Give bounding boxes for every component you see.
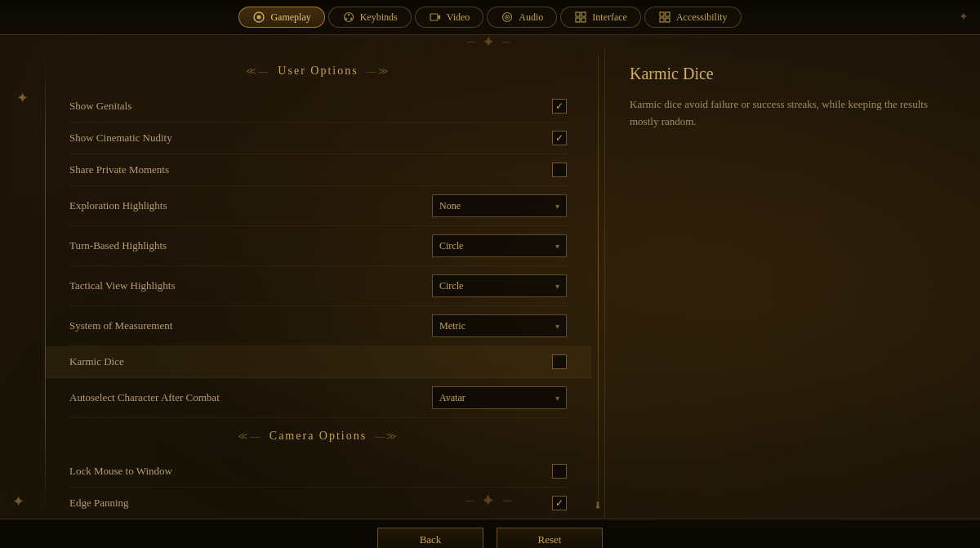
user-options-title: User Options [278,65,358,78]
dropdown-value-measurement: Metric [439,320,466,332]
deco-separator: ⬇ [591,48,604,519]
checkbox-show-cinematic-nudity[interactable] [552,131,567,145]
accessibility-icon [658,11,671,24]
svg-point-4 [345,18,347,20]
svg-point-1 [257,16,261,20]
checkbox-edge-panning[interactable] [552,496,567,510]
row-show-cinematic-nudity: Show Cinematic Nudity [69,123,567,154]
ornament-camera-right: —≫ [375,430,399,443]
camera-options-title: Camera Options [270,430,367,443]
svg-rect-14 [660,12,664,16]
content-area: ≪— User Options —≫ Show Genitals Show Ci… [45,48,591,519]
label-system-of-measurement: System of Measurement [69,319,432,332]
chevron-down-icon: ▾ [555,202,559,211]
deco-arrow-tip: ⬇ [594,500,602,512]
svg-rect-6 [430,14,438,20]
info-panel: Karmic Dice Karmic dice avoid failure or… [604,48,980,519]
label-share-private-moments: Share Private Moments [69,163,552,176]
audio-icon [501,11,514,24]
label-show-genitals: Show Genitals [69,100,552,113]
label-lock-mouse: Lock Mouse to Window [69,465,552,478]
row-show-genitals: Show Genitals [69,91,567,123]
reset-button[interactable]: Reset [497,528,603,549]
info-panel-title: Karmic Dice [630,65,956,83]
sidebar-icon-top: ✦ [16,89,29,107]
label-show-cinematic-nudity: Show Cinematic Nudity [69,131,552,145]
row-lock-mouse: Lock Mouse to Window [69,456,567,488]
label-turn-based-highlights: Turn-Based Highlights [69,239,432,252]
interface-icon [574,11,587,24]
camera-options-header: ≪— Camera Options —≫ [69,430,567,443]
main-layout: ✦ ≪— User Options —≫ Show Genitals Show … [0,48,980,519]
tab-video[interactable]: Video [415,7,484,28]
dropdown-turn-based-highlights[interactable]: Circle ▾ [432,234,567,257]
checkbox-share-private-moments[interactable] [552,163,567,177]
info-panel-description: Karmic dice avoid failure or success str… [630,96,956,131]
row-karmic-dice: Karmic Dice [45,346,591,378]
tab-gameplay[interactable]: Gameplay [238,7,324,28]
ornament-left: ≪— [246,65,270,78]
bottom-bar: Back Reset [0,519,980,548]
dropdown-value-tactical: Circle [439,280,463,292]
label-tactical-view-highlights: Tactical View Highlights [69,279,432,292]
row-exploration-highlights: Exploration Highlights None ▾ [69,186,567,226]
chevron-down-icon-4: ▾ [555,322,559,331]
svg-point-5 [350,18,352,20]
dropdown-value-exploration: None [439,200,461,212]
chevron-down-icon-3: ▾ [555,282,559,291]
svg-rect-11 [581,12,586,16]
user-options-header: ≪— User Options —≫ [69,65,567,78]
top-divider: ⸻ ✦ ⸻ [0,35,980,48]
svg-rect-16 [660,18,664,22]
left-sidebar: ✦ [0,48,45,519]
checkbox-karmic-dice[interactable] [552,354,567,369]
row-system-of-measurement: System of Measurement Metric ▾ [69,306,567,346]
label-autoselect-character: Autoselect Character After Combat [69,391,432,404]
label-exploration-highlights: Exploration Highlights [69,199,432,212]
sidebar-icon-bottom: ✦ [12,492,24,510]
deco-line [598,55,599,500]
dropdown-autoselect-character[interactable]: Avatar ▾ [432,386,567,409]
tab-accessibility[interactable]: Accessibility [644,7,742,28]
dropdown-system-of-measurement[interactable]: Metric ▾ [432,314,567,337]
checkbox-lock-mouse[interactable] [552,464,567,479]
dropdown-value-turnbased: Circle [439,240,463,252]
dropdown-tactical-view-highlights[interactable]: Circle ▾ [432,274,567,297]
ornament-right: —≫ [367,65,390,78]
gameplay-icon [252,11,265,24]
row-tactical-view-highlights: Tactical View Highlights Circle ▾ [69,266,567,306]
svg-rect-13 [581,18,586,22]
video-icon [429,11,442,24]
dropdown-value-autoselect: Avatar [439,392,466,404]
tab-interface[interactable]: Interface [560,7,641,28]
label-edge-panning: Edge Panning [69,497,552,510]
corner-icon: ✦ [956,8,972,25]
ornament-camera-left: ≪— [238,430,261,443]
svg-rect-10 [576,12,580,16]
back-button[interactable]: Back [377,528,483,549]
svg-rect-17 [666,18,670,22]
top-nav: Gameplay Keybinds Video Audio [0,0,980,35]
checkbox-show-genitals[interactable] [552,99,567,114]
keybinds-icon [342,11,355,24]
svg-point-3 [348,14,350,16]
row-turn-based-highlights: Turn-Based Highlights Circle ▾ [69,226,567,266]
dropdown-exploration-highlights[interactable]: None ▾ [432,194,567,217]
tab-keybinds[interactable]: Keybinds [328,7,412,28]
chevron-down-icon-5: ▾ [555,394,559,403]
label-karmic-dice: Karmic Dice [69,355,552,368]
row-autoselect-character: Autoselect Character After Combat Avatar… [69,378,567,418]
row-edge-panning: Edge Panning [69,488,567,519]
chevron-down-icon-2: ▾ [555,242,559,251]
tab-audio[interactable]: Audio [487,7,557,28]
svg-rect-15 [666,12,670,16]
svg-rect-12 [576,18,580,22]
svg-point-9 [506,16,508,18]
row-share-private-moments: Share Private Moments [69,154,567,186]
